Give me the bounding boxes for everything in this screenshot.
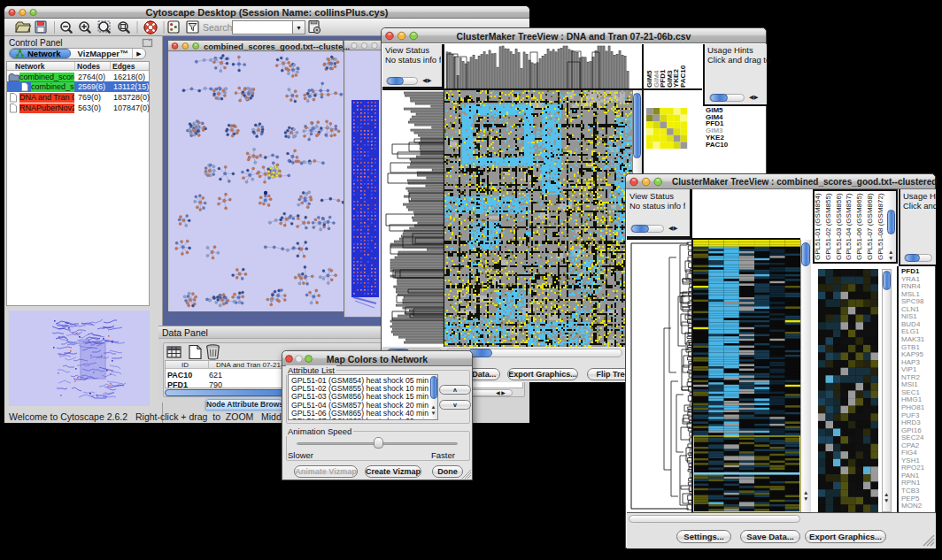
- svg-text:GPL51-06 (GSM865): GPL51-06 (GSM865): [855, 193, 863, 260]
- svg-text:GPL51-01 (GSM854): GPL51-01 (GSM854): [814, 193, 822, 260]
- svg-text:MON2: MON2: [901, 502, 923, 510]
- svg-text:GPL51-07 (GSM868): GPL51-07 (GSM868): [866, 193, 874, 260]
- svg-text:GPL51-03 (GSM856): GPL51-03 (GSM856): [835, 193, 843, 260]
- svg-text:GPL51-02 (GSM855): GPL51-02 (GSM855): [824, 193, 832, 260]
- svg-text:GPL51-04 (GSM857): GPL51-04 (GSM857): [845, 193, 853, 260]
- svg-text:GPL51-08 (GSM872): GPL51-08 (GSM872): [876, 193, 884, 260]
- svg-text:PAC10: PAC10: [679, 65, 687, 88]
